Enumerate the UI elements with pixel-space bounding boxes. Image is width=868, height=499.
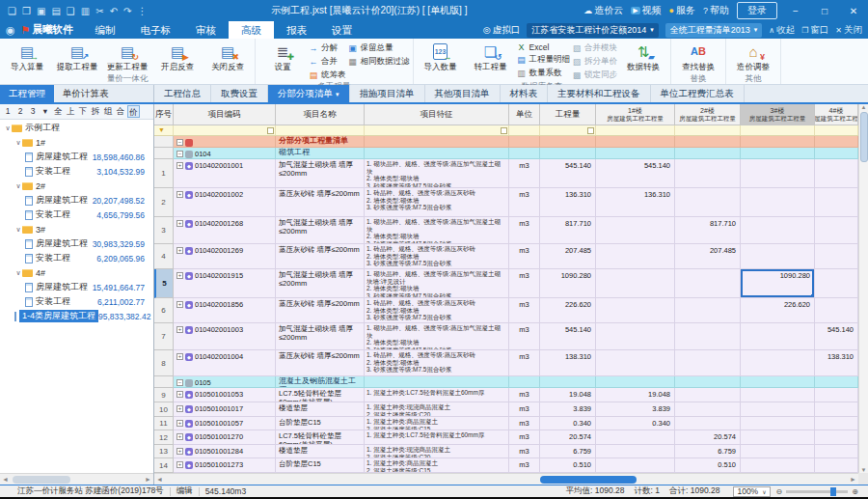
undo-icon[interactable]: ↶ [110, 6, 118, 16]
maximize-button[interactable]: □ [814, 6, 835, 16]
chevron-expanded-icon[interactable]: ∨ [14, 269, 22, 277]
quantity-cell[interactable]: 545.140 [815, 323, 858, 350]
tree-toolbar-button[interactable]: 合 [115, 105, 126, 118]
filter-cell[interactable] [596, 125, 675, 135]
item-name-cell[interactable]: LC7.5轻骨料砼垫层60mm(兼找平层) [276, 388, 365, 402]
unit-cell[interactable]: m3 [509, 402, 540, 417]
tree-item[interactable]: 安装工程3,104,532.99 [0, 164, 153, 179]
column-header[interactable]: 4#楼房屋建筑工程工程量 [815, 104, 858, 125]
expand-toggle-icon[interactable]: + [176, 461, 183, 468]
import-count-button[interactable]: 123→导入数量 [417, 40, 465, 73]
table-row[interactable]: 1+◆010402001001加气混凝土砌块墙 墙厚≤200mm1. 砌块品种、… [154, 159, 858, 188]
quantity-cell[interactable] [741, 217, 815, 244]
expand-toggle-icon[interactable]: + [176, 272, 183, 279]
quantity-cell[interactable]: 545.140 [540, 323, 596, 350]
quantity-cell[interactable]: 136.310 [540, 188, 596, 217]
virtual-window-button[interactable]: ◎虚拟口 [483, 24, 520, 37]
item-name-cell[interactable]: 台阶垫层C15 [276, 417, 365, 430]
quantity-cell[interactable] [815, 458, 858, 473]
cut-icon[interactable]: ✂ [95, 6, 103, 16]
item-feature-cell[interactable] [365, 148, 509, 159]
row-number-cell[interactable] [154, 148, 174, 159]
quantity-cell[interactable] [596, 376, 675, 388]
quantity-cell[interactable] [596, 323, 675, 350]
expand-toggle-icon[interactable]: + [176, 301, 183, 308]
item-name-cell[interactable]: 加气混凝土砌块墙 墙厚≤200mm [276, 269, 365, 298]
main-tab[interactable]: 主要材料和工程设备 [548, 85, 651, 102]
quantity-cell[interactable]: 20.574 [540, 430, 596, 445]
quantity-cell[interactable]: 226.620 [741, 298, 815, 323]
column-header[interactable]: 序号 [154, 104, 174, 125]
code-cell[interactable]: +◆010402001915 [174, 269, 276, 298]
code-cell[interactable]: +◆010402001002 [174, 188, 276, 217]
filter-cell[interactable] [509, 125, 540, 135]
expand-toggle-icon[interactable]: + [176, 191, 183, 198]
quantity-cell[interactable] [741, 350, 815, 376]
column-header[interactable]: 项目编码 [174, 104, 276, 125]
quantity-cell[interactable] [675, 350, 741, 376]
quantity-cell[interactable] [596, 269, 675, 298]
tree-toolbar-button[interactable]: 3 [27, 105, 39, 118]
tree-item[interactable]: 房屋建筑工程20,207,498.52 [0, 193, 153, 208]
quantity-cell[interactable] [596, 430, 675, 445]
item-name-cell[interactable]: 楼道垫层 [276, 402, 365, 417]
item-name-cell[interactable]: 分部分项工程量清单 [276, 136, 365, 148]
item-name-cell[interactable]: 加气混凝土砌块墙 墙厚≤200mm [276, 323, 365, 350]
filter-cell[interactable]: ▼ [154, 125, 174, 135]
find-replace-button[interactable]: AB查找替换 [674, 40, 722, 73]
chevron-expanded-icon[interactable]: ∨ [14, 139, 22, 147]
excel-button[interactable]: XExcel [517, 42, 571, 52]
code-cell[interactable]: +◆010501001270 [174, 430, 276, 445]
scroll-left-icon[interactable]: ◄ [0, 476, 11, 483]
quantity-cell[interactable] [741, 159, 815, 188]
qty-factor-button[interactable]: ▥数量系数 [517, 68, 571, 79]
quantity-cell[interactable]: 545.140 [596, 159, 675, 188]
item-feature-cell[interactable]: 1. 混凝土种类:商品混凝土 2. 混凝土强度等级:C15 [365, 458, 509, 473]
scroll-left-icon[interactable]: ◄ [154, 476, 165, 483]
row-number-cell[interactable]: 13 [154, 445, 174, 458]
home-circle-icon[interactable]: ◉ [6, 24, 15, 37]
quantity-cell[interactable] [675, 159, 741, 188]
quantity-cell[interactable]: 138.310 [815, 350, 858, 376]
qty-detail-button[interactable]: ▤工程量明细 [517, 54, 571, 66]
quantity-cell[interactable] [741, 136, 815, 148]
item-feature-cell[interactable]: 1. 混凝土种类:LC7.5轻骨料混凝土60mm厚 [365, 388, 509, 402]
code-cell[interactable]: +◆010402001004 [174, 350, 276, 376]
unit-cell[interactable]: m3 [509, 430, 540, 445]
tree-toolbar-button[interactable]: 全 [52, 105, 64, 118]
ribbon-tab[interactable]: 编制 [82, 21, 127, 39]
item-name-cell[interactable]: 蒸压灰砂砖 墙厚≤200mm [276, 188, 365, 217]
tree-item[interactable]: 房屋建筑工程15,491,664.77 [0, 280, 153, 294]
table-row[interactable]: 10+◆010501001017楼道垫层1. 混凝土种类:现浇商品混凝土 2. … [154, 402, 858, 417]
chevron-expanded-icon[interactable]: ∨ [14, 182, 22, 190]
quantity-cell[interactable] [596, 350, 675, 376]
quantity-cell[interactable] [741, 188, 815, 217]
close-backcheck-button[interactable]: ▤✖关闭反查 [203, 40, 252, 73]
ribbon-tab[interactable]: 报表 [274, 21, 319, 39]
table-row[interactable]: 7+◆010402001003加气混凝土砌块墙 墙厚≤200mm1. 砌块品种、… [154, 323, 858, 350]
ribbon-tab[interactable]: 审核 [183, 21, 229, 39]
quantity-cell[interactable] [741, 388, 815, 402]
row-number-cell[interactable]: 14 [154, 458, 174, 473]
code-cell[interactable]: − [174, 136, 276, 148]
table-row[interactable]: 4+◆010402001269蒸压灰砂砖 墙厚≤200mm1. 砖品种、规格、强… [154, 244, 858, 269]
copy-icon[interactable]: ❑ [67, 6, 75, 16]
table-vscroll-thumb[interactable] [860, 112, 868, 162]
code-cell[interactable]: +◆010402001856 [174, 298, 276, 323]
main-tab[interactable]: 材料表 [501, 85, 549, 102]
item-feature-cell[interactable]: 1. 砖品种、规格、强度等级:蒸压灰砂砖 2. 墙体类型:砌体墙 3. 砂浆强度… [365, 188, 509, 217]
tree-toolbar-button[interactable]: 组 [102, 105, 114, 118]
zoom-slider-thumb[interactable] [830, 487, 836, 496]
expand-toggle-icon[interactable]: + [176, 420, 183, 427]
quantity-cell[interactable] [675, 402, 741, 417]
quantity-cell[interactable] [675, 323, 741, 350]
quantity-cell[interactable] [540, 148, 596, 159]
row-number-cell[interactable]: 10 [154, 402, 174, 417]
item-name-cell[interactable]: 台阶垫层C15 [276, 458, 365, 473]
app-logo-button[interactable]: ⚑晨曦软件 [15, 23, 83, 37]
row-number-cell[interactable]: 6 [154, 298, 174, 323]
quantity-cell[interactable] [815, 376, 858, 388]
code-cell[interactable]: +◆010402001268 [174, 217, 276, 244]
tree-toolbar-button[interactable]: 2 [14, 105, 26, 118]
quantity-cell[interactable] [596, 217, 675, 244]
